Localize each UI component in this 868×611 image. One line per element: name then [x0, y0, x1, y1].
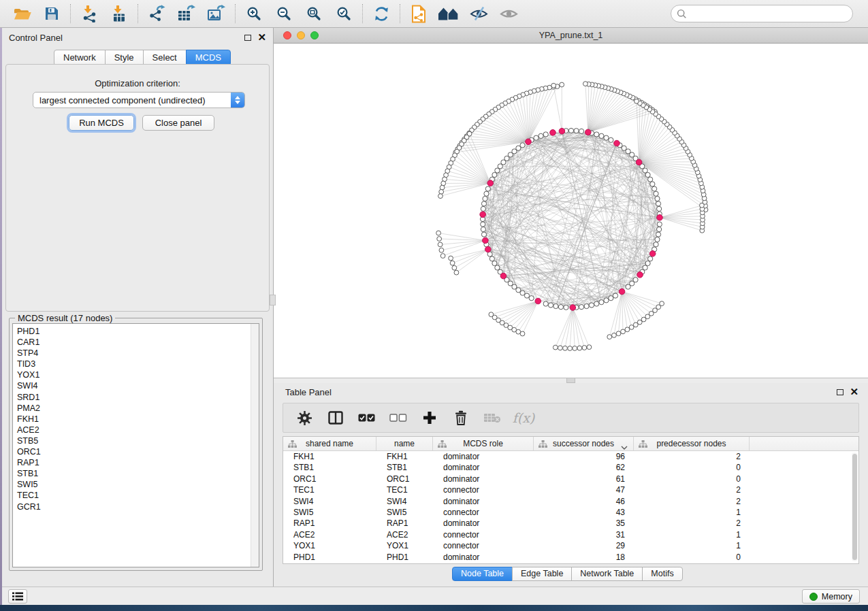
close-panel-button[interactable]: Close panel — [142, 115, 214, 131]
table-cell[interactable]: RAP1 — [376, 518, 433, 529]
table-cell[interactable]: 0 — [634, 552, 750, 563]
close-panel-icon[interactable]: ✕ — [257, 34, 266, 41]
mcds-result-item[interactable]: TID3 — [17, 359, 259, 369]
mcds-result-item[interactable]: RAP1 — [17, 457, 259, 468]
table-cell[interactable]: dominator — [433, 518, 534, 529]
open-session-button[interactable] — [7, 2, 37, 25]
mcds-result-item[interactable]: STB1 — [17, 468, 259, 479]
split-panel-button[interactable] — [323, 406, 349, 430]
memory-button[interactable]: Memory — [802, 589, 860, 604]
table-scrollbar[interactable] — [852, 452, 858, 561]
table-cell[interactable]: STB1 — [283, 462, 376, 473]
neighborhood-button[interactable] — [434, 2, 464, 25]
table-row[interactable]: RAP1RAP1dominator352 — [283, 518, 858, 529]
table-cell[interactable]: STB1 — [376, 462, 433, 473]
column-header-shared-name[interactable]: shared name — [283, 437, 376, 450]
table-cell[interactable]: dominator — [433, 496, 534, 507]
mcds-result-item[interactable]: SRD1 — [17, 392, 259, 403]
table-cell[interactable]: connector — [433, 529, 534, 540]
table-cell[interactable]: 1 — [634, 529, 750, 540]
table-cell[interactable]: 43 — [534, 507, 634, 518]
table-cell[interactable]: 2 — [634, 518, 750, 529]
table-cell[interactable]: FKH1 — [376, 451, 433, 462]
mcds-result-item[interactable]: PHD1 — [17, 326, 259, 337]
tab-motifs[interactable]: Motifs — [642, 567, 682, 581]
mcds-result-list[interactable]: PHD1CAR1STP4TID3YOX1SWI4SRD1PMA2FKH1ACE2… — [12, 323, 259, 567]
table-row[interactable]: STB1STB1dominator620 — [283, 462, 858, 473]
table-row[interactable]: ACE2ACE2connector311 — [283, 529, 858, 540]
network-from-document-button[interactable] — [404, 2, 434, 25]
deselect-all-button[interactable] — [385, 406, 411, 430]
float-panel-icon[interactable] — [244, 35, 251, 41]
zoom-out-button[interactable] — [269, 2, 299, 25]
table-cell[interactable]: SWI5 — [376, 507, 433, 518]
table-cell[interactable]: SWI4 — [376, 496, 433, 507]
export-image-button[interactable] — [202, 2, 231, 25]
search-field[interactable] — [671, 5, 853, 22]
mcds-result-item[interactable]: TEC1 — [17, 490, 259, 501]
tab-edge-table[interactable]: Edge Table — [512, 567, 572, 581]
mcds-list-scrollbar[interactable] — [251, 324, 259, 567]
table-cell[interactable]: SWI5 — [283, 507, 376, 518]
table-cell[interactable]: 29 — [534, 540, 634, 551]
table-cell[interactable]: 1 — [634, 540, 750, 551]
zoom-in-button[interactable] — [239, 2, 269, 25]
column-header-name[interactable]: name — [376, 437, 433, 450]
network-view[interactable] — [274, 44, 868, 378]
sort-chevron-icon[interactable] — [621, 442, 628, 452]
table-cell[interactable]: YOX1 — [376, 540, 433, 551]
table-cell[interactable]: 1 — [634, 507, 750, 518]
table-cell[interactable]: TEC1 — [283, 484, 376, 495]
column-header-MCDS-role[interactable]: MCDS role — [433, 437, 534, 450]
table-cell[interactable]: dominator — [433, 451, 534, 462]
table-cell[interactable]: TEC1 — [376, 484, 433, 495]
optimization-criterion-select[interactable]: largest connected component (undirected) — [33, 92, 245, 108]
table-cell[interactable]: PHD1 — [283, 552, 376, 563]
mcds-result-item[interactable]: YOX1 — [17, 369, 259, 380]
table-cell[interactable]: ACE2 — [376, 529, 433, 540]
table-cell[interactable]: 31 — [534, 529, 634, 540]
hide-selected-button[interactable] — [464, 2, 494, 25]
network-canvas[interactable] — [274, 44, 867, 378]
table-cell[interactable]: 96 — [534, 451, 634, 462]
import-network-button[interactable] — [74, 2, 104, 25]
table-cell[interactable]: RAP1 — [283, 518, 376, 529]
table-row[interactable]: PHD1PHD1dominator180 — [283, 552, 858, 563]
table-cell[interactable]: 2 — [634, 451, 750, 462]
table-cell[interactable]: dominator — [433, 462, 534, 473]
table-cell[interactable]: SWI4 — [283, 496, 376, 507]
table-cell[interactable]: 2 — [634, 484, 750, 495]
table-row[interactable]: YOX1YOX1connector291 — [283, 540, 858, 551]
close-panel-icon[interactable]: ✕ — [850, 389, 858, 395]
column-header-predecessor-nodes[interactable]: predecessor nodes — [634, 437, 750, 450]
table-cell[interactable]: 18 — [534, 552, 634, 563]
mcds-result-item[interactable]: FKH1 — [17, 414, 259, 425]
zoom-fit-button[interactable] — [299, 2, 329, 25]
table-cell[interactable]: 62 — [534, 462, 634, 473]
table-row[interactable]: FKH1FKH1dominator962 — [283, 451, 858, 462]
zoom-selected-button[interactable] — [329, 2, 359, 25]
select-all-button[interactable] — [354, 406, 380, 430]
add-column-button[interactable] — [417, 406, 443, 430]
save-session-button[interactable] — [37, 2, 67, 25]
table-cell[interactable]: FKH1 — [283, 451, 376, 462]
table-cell[interactable]: dominator — [433, 552, 534, 563]
mcds-result-item[interactable]: STB5 — [17, 435, 259, 446]
table-cell[interactable]: ORC1 — [376, 474, 433, 484]
mcds-result-item[interactable]: GCR1 — [17, 501, 259, 512]
task-history-button[interactable] — [8, 589, 27, 604]
table-cell[interactable]: 35 — [534, 518, 634, 529]
horizontal-splitter-grip[interactable] — [566, 378, 575, 383]
table-cell[interactable]: ACE2 — [283, 529, 376, 540]
mcds-result-item[interactable]: STP4 — [17, 348, 259, 359]
mcds-result-item[interactable]: SWI4 — [17, 380, 259, 391]
table-cell[interactable]: connector — [433, 484, 534, 495]
table-cell[interactable]: connector — [433, 507, 534, 518]
network-window-titlebar[interactable]: YPA_prune.txt_1 — [274, 28, 868, 44]
table-cell[interactable]: ORC1 — [283, 474, 376, 484]
mcds-result-item[interactable]: ORC1 — [17, 446, 259, 457]
table-row[interactable]: SWI4SWI4dominator462 — [283, 496, 858, 507]
table-cell[interactable]: 47 — [534, 484, 634, 495]
show-all-button[interactable] — [494, 2, 524, 25]
refresh-view-button[interactable] — [366, 2, 396, 25]
